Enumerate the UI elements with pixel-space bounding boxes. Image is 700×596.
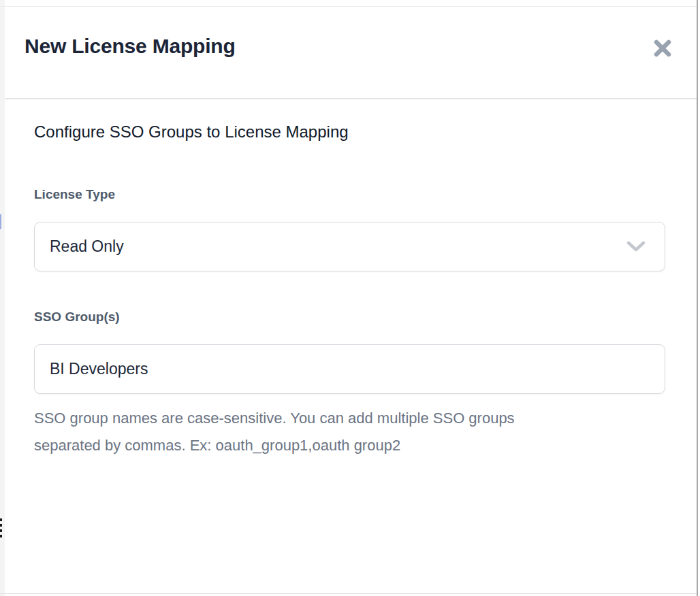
sso-groups-help-text: SSO group names are case-sensitive. You … (34, 405, 620, 459)
modal-subtitle: Configure SSO Groups to License Mapping (34, 121, 349, 143)
license-type-label: License Type (34, 186, 115, 203)
sso-groups-input[interactable] (34, 344, 665, 394)
clipped-list-icon (0, 518, 2, 539)
sso-groups-label: SSO Group(s) (34, 308, 120, 326)
modal-title: New License Mapping (25, 33, 236, 60)
close-button[interactable] (651, 37, 674, 60)
x-icon (652, 37, 673, 59)
clipped-background-element (0, 214, 1, 229)
license-type-select[interactable]: Read Only (34, 222, 665, 271)
modal-right-edge (697, 0, 698, 596)
modal-bottom-edge (0, 593, 697, 594)
license-type-selected-value: Read Only (50, 237, 124, 256)
background-left-strip (0, 0, 5, 596)
chevron-down-icon (626, 241, 646, 252)
header-divider (5, 98, 697, 99)
new-license-mapping-modal: New License Mapping Configure SSO Groups… (5, 7, 697, 593)
